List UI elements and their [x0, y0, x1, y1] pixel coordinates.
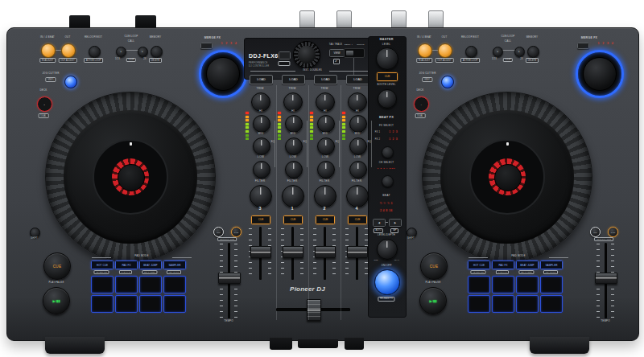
loop-in-button[interactable]: [41, 43, 56, 58]
loop-out-button[interactable]: [61, 43, 76, 58]
beat-sync-button[interactable]: SYNC: [231, 227, 242, 237]
play-pause-button[interactable]: ▶/▮▮: [419, 287, 447, 314]
cue-button[interactable]: CUE: [420, 252, 448, 280]
pad-mode-hot-cue-button[interactable]: HOT CUE: [468, 261, 490, 269]
performance-pad[interactable]: [91, 295, 114, 313]
channel-cue-label: CUE: [291, 218, 296, 221]
performance-pad[interactable]: [163, 276, 186, 293]
merge-fx-knob[interactable]: [576, 50, 624, 98]
performance-pad[interactable]: [115, 295, 138, 313]
performance-pad[interactable]: [163, 295, 186, 313]
memory-button[interactable]: [527, 46, 539, 58]
reloop-button[interactable]: [465, 46, 477, 58]
jog-marker: [130, 142, 132, 146]
channel-cue-button[interactable]: CUE: [251, 215, 270, 224]
trim-label: TRIM: [288, 88, 295, 91]
performance-pad[interactable]: [516, 295, 539, 313]
cue-loop-label: CUE/LOOP: [501, 35, 514, 38]
cue-button[interactable]: CUE: [43, 252, 71, 280]
low-knob[interactable]: [285, 161, 303, 178]
min-label: MIN: [374, 260, 378, 262]
low-knob[interactable]: [317, 161, 335, 178]
mid-knob[interactable]: [349, 137, 367, 155]
low-knob[interactable]: [253, 161, 270, 178]
channel-fader-handle[interactable]: [283, 246, 303, 258]
jog-cutter-button[interactable]: [64, 76, 77, 88]
jog-wheel[interactable]: [45, 92, 216, 262]
filter-knob[interactable]: [282, 185, 304, 207]
performance-pad[interactable]: [516, 276, 539, 293]
back-button[interactable]: [279, 51, 291, 60]
slip-button[interactable]: SLIP: [590, 227, 601, 237]
browse-knob[interactable]: [293, 41, 320, 68]
low-knob[interactable]: [349, 161, 367, 178]
load-button-ch1[interactable]: LOAD: [282, 75, 305, 84]
loop-in-button[interactable]: [418, 43, 432, 58]
merge-fx-select-button[interactable]: [200, 43, 213, 49]
performance-pad[interactable]: [468, 276, 490, 293]
pad-mode-sampler-button[interactable]: SAMPLER: [540, 261, 563, 269]
load-button-ch2[interactable]: LOAD: [314, 75, 337, 84]
channel-cue-button[interactable]: CUE: [316, 215, 335, 224]
performance-pad[interactable]: [492, 276, 514, 293]
pad-mode-beat-jump-button[interactable]: BEAT JUMP: [139, 261, 162, 269]
deck4-smplr-switch[interactable]: [344, 48, 365, 58]
hi-knob[interactable]: [253, 115, 270, 133]
view-button[interactable]: VIEW: [329, 49, 345, 57]
loop-in-adjust-label: IN ADJUST: [39, 58, 56, 63]
beat-left-button[interactable]: ◀: [373, 219, 386, 227]
hi-knob[interactable]: [317, 115, 335, 133]
pad-mode-beat-jump-button[interactable]: BEAT JUMP: [516, 261, 539, 269]
reloop-button[interactable]: [89, 46, 101, 58]
deck-select-button[interactable]: 3: [37, 96, 52, 112]
performance-pad[interactable]: [492, 295, 514, 313]
channel-cue-button[interactable]: CUE: [348, 215, 367, 224]
mid-knob[interactable]: [317, 137, 335, 155]
loop-out-button[interactable]: [438, 43, 452, 58]
performance-pad[interactable]: [139, 295, 162, 313]
hi-knob[interactable]: [285, 115, 303, 133]
pad-mode-pad-fx-button[interactable]: PAD FX: [492, 261, 514, 269]
tempo-fader-handle[interactable]: [595, 273, 617, 284]
channel-fader-handle[interactable]: [250, 246, 271, 258]
low-label: LOW: [322, 156, 328, 159]
filter-knob[interactable]: [314, 185, 336, 207]
play-pause-button[interactable]: ▶/▮▮: [43, 287, 70, 314]
performance-pad[interactable]: [540, 276, 563, 293]
beat-sync-button[interactable]: SYNC: [608, 227, 618, 237]
performance-pad[interactable]: [468, 295, 490, 313]
performance-pad[interactable]: [139, 276, 162, 293]
mid-knob[interactable]: [253, 137, 270, 155]
pad-mode-pad-fx-button[interactable]: PAD FX: [115, 261, 138, 269]
deck-select-button[interactable]: 4: [414, 96, 429, 112]
performance-pad[interactable]: [115, 276, 138, 293]
tagline-2: DJ CONTROLLER: [249, 65, 270, 68]
loop-call-right-button[interactable]: ▸: [138, 47, 148, 57]
performance-pad[interactable]: [91, 276, 114, 293]
memory-button[interactable]: [151, 46, 163, 58]
trim-label: TRIM: [353, 88, 360, 91]
jog-cutter-button[interactable]: [441, 76, 454, 88]
channel-cue-button[interactable]: CUE: [283, 215, 303, 224]
tempo-fader-handle[interactable]: [218, 273, 241, 284]
performance-pad[interactable]: [540, 295, 563, 313]
slip-button[interactable]: SLIP: [213, 227, 224, 237]
jog-wheel[interactable]: [422, 92, 592, 262]
filter-knob[interactable]: [250, 185, 272, 207]
filter-knob[interactable]: [346, 185, 369, 207]
pad-mode-hot-cue-button[interactable]: HOT CUE: [91, 261, 114, 269]
hi-knob[interactable]: [349, 115, 367, 133]
shift-label: SHIFT: [31, 238, 38, 240]
loop-call-left-button[interactable]: ◂: [493, 47, 503, 57]
merge-fx-knob[interactable]: [199, 50, 247, 98]
load-button-ch4[interactable]: LOAD: [346, 75, 369, 84]
channel-fader-handle[interactable]: [347, 246, 368, 258]
mid-knob[interactable]: [285, 137, 303, 155]
knob-pointer: [324, 95, 325, 101]
merge-fx-select-button[interactable]: [577, 43, 589, 49]
loop-call-right-button[interactable]: ▸: [514, 47, 525, 57]
channel-fader-handle[interactable]: [315, 246, 336, 258]
pad-mode-sampler-button[interactable]: SAMPLER: [163, 261, 186, 269]
loop-call-left-button[interactable]: ◂: [116, 47, 126, 57]
load-button-ch3[interactable]: LOAD: [250, 75, 273, 84]
